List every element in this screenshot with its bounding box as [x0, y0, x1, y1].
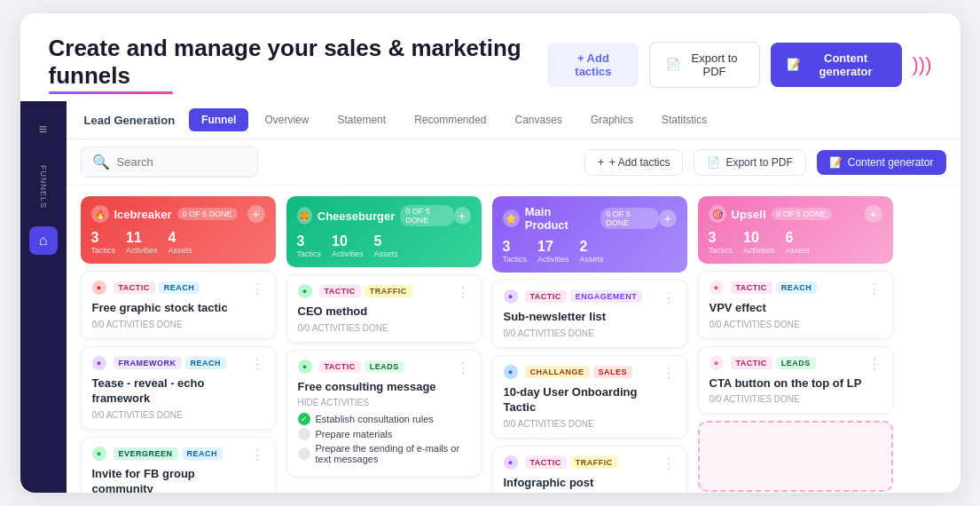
tag-engagement: ENGAGEMENT: [570, 290, 643, 303]
col-stat-label-icebreaker-Activities: Activities: [126, 246, 158, 255]
card-title-cheeseburger-0: CEO method: [298, 304, 456, 320]
card-menu-main-product-1[interactable]: ⋮: [662, 365, 676, 382]
card-menu-cheeseburger-0[interactable]: ⋮: [456, 284, 470, 301]
col-add-btn-cheeseburger[interactable]: +: [454, 207, 471, 225]
card-cheeseburger-1: ●TACTICLEADSFree consulting messageHIDE …: [286, 350, 482, 478]
card-menu-icebreaker-0[interactable]: ⋮: [250, 281, 264, 297]
tag-leads: LEADS: [776, 357, 816, 369]
col-add-btn-icebreaker[interactable]: +: [247, 205, 265, 223]
col-title-upsell: Upsell: [732, 208, 766, 221]
card-menu-icebreaker-2[interactable]: ⋮: [250, 447, 264, 463]
col-stat-num-main-product-Assets: 2: [580, 239, 604, 255]
col-stat-num-upsell-Assets: 6: [786, 230, 810, 246]
card-icon-upsell-1: ●: [710, 356, 724, 370]
tag-reach: REACH: [159, 281, 200, 294]
kanban-col-main-product: ⭐Main Product0 OF 5 DONE+3Tactics17Activ…: [492, 196, 687, 493]
card-menu-main-product-0[interactable]: ⋮: [662, 289, 676, 306]
col-stat-label-main-product-Tactics: Tactics: [503, 255, 528, 264]
tag-reach: REACH: [182, 447, 223, 460]
file-icon: 📄: [666, 58, 680, 71]
top-header: Create and manage your sales & marketing…: [20, 13, 960, 101]
sidebar-icon-menu[interactable]: ≡: [29, 115, 58, 144]
col-done-badge-main-product: 0 OF 5 DONE: [600, 208, 659, 229]
card-tags-icebreaker-1: ●FRAMEWORKREACH: [92, 356, 250, 370]
card-cheeseburger-0: ●TACTICTRAFFICCEO method0/0 ACTIVITIES D…: [286, 274, 482, 343]
sidebar-icon-home[interactable]: ⌂: [29, 226, 58, 255]
card-menu-cheeseburger-1[interactable]: ⋮: [456, 360, 470, 376]
card-subtitle-main-product-0: 0/0 ACTIVITIES DONE: [504, 328, 662, 338]
tag-tactic: TACTIC: [525, 290, 567, 303]
card-tags-main-product-1: ●CHALLANGESALES: [504, 365, 662, 379]
checklist-item-1-2: Prepare the sending of e-mails or text m…: [298, 443, 470, 464]
card-tags-main-product-2: ●TACTICTRAFFIC: [504, 455, 662, 470]
checklist-item-1-1: Prepare materials: [298, 428, 470, 440]
col-add-btn-main-product[interactable]: +: [659, 210, 676, 227]
checklist-text-1-0: Establish consultation rules: [316, 414, 434, 424]
card-title-main-product-2: Infographic post: [504, 475, 662, 491]
toolbar-export-pdf-button[interactable]: 📄 Export to PDF: [694, 149, 805, 176]
card-icon-cheeseburger-1: ●: [298, 360, 312, 374]
content-generator-button[interactable]: 📝 Content generator: [771, 43, 902, 87]
nav-section-title: Lead Generation: [84, 114, 176, 127]
col-done-badge-cheeseburger: 0 OF 5 DONE: [400, 205, 453, 226]
card-tags-cheeseburger-1: ●TACTICLEADS: [298, 360, 456, 374]
card-title-icebreaker-1: Tease - reveal - echo framework: [92, 376, 250, 407]
col-stat-label-upsell-Assets: Assets: [786, 246, 810, 255]
doc-icon-toolbar: 📝: [829, 156, 843, 169]
col-header-icebreaker: 🔥Icebreaker0 OF 5 DONE+3Tactics11Activit…: [81, 196, 276, 264]
card-menu-main-product-2[interactable]: ⋮: [662, 455, 676, 472]
card-icon-icebreaker-2: ●: [92, 447, 106, 461]
col-stat-num-upsell-Tactics: 3: [709, 230, 733, 246]
card-icon-icebreaker-1: ●: [92, 356, 106, 370]
tag-tactic: TACTIC: [114, 281, 155, 294]
col-add-btn-upsell[interactable]: +: [865, 205, 882, 223]
tab-canvases[interactable]: Canvases: [503, 108, 575, 131]
card-main-product-2: ●TACTICTRAFFICInfographic post0/0 ACTIVI…: [492, 446, 687, 493]
kanban-board: 🔥Icebreaker0 OF 5 DONE+3Tactics11Activit…: [67, 186, 960, 493]
search-input[interactable]: [117, 155, 247, 169]
col-icon-cheeseburger: 🍔: [297, 207, 312, 225]
card-tags-icebreaker-2: ●EVERGREENREACH: [92, 447, 250, 461]
tag-evergreen: EVERGREEN: [114, 447, 178, 460]
tab-graphics[interactable]: Graphics: [578, 108, 646, 131]
tab-statistics[interactable]: Statitstics: [649, 108, 719, 131]
checklist-item-1-0: ✓Establish consultation rules: [298, 413, 470, 425]
col-title-icebreaker: Icebreaker: [114, 208, 172, 221]
card-subtitle-main-product-1: 0/0 ACTIVITIES DONE: [504, 419, 662, 429]
export-pdf-button[interactable]: 📄 Export to PDF: [649, 42, 759, 88]
col-stat-label-upsell-Activities: Activities: [743, 246, 775, 255]
col-title-main-product: Main Product: [525, 205, 595, 232]
col-stat-num-upsell-Activities: 10: [743, 230, 775, 246]
nav-tabs: Lead Generation Funnel Overview Statemen…: [67, 101, 960, 139]
col-icon-icebreaker: 🔥: [91, 205, 109, 223]
tab-recommended[interactable]: Recommended: [402, 108, 498, 131]
kanban-col-icebreaker: 🔥Icebreaker0 OF 5 DONE+3Tactics11Activit…: [81, 196, 276, 493]
tag-tactic: TACTIC: [319, 285, 361, 297]
toolbar-content-gen-button[interactable]: 📝 Content generator: [817, 150, 946, 175]
tag-reach: REACH: [776, 281, 818, 294]
col-done-badge-upsell: 0 OF 5 DONE: [772, 208, 832, 220]
toolbar-add-tactics-button[interactable]: + + Add tactics: [584, 149, 683, 176]
col-stat-num-cheeseburger-Assets: 5: [374, 233, 398, 249]
tag-tactic: TACTIC: [731, 281, 772, 294]
tab-overview[interactable]: Overview: [252, 108, 321, 131]
col-done-badge-icebreaker: 0 OF 5 DONE: [177, 208, 238, 220]
card-title-cheeseburger-1: Free consulting message: [298, 379, 456, 395]
card-menu-icebreaker-1[interactable]: ⋮: [250, 356, 264, 373]
tag-sales: SALES: [593, 366, 633, 378]
doc-icon: 📝: [787, 58, 801, 71]
toolbar: 🔍 + + Add tactics 📄 Export to PDF 📝 Cont…: [67, 139, 960, 186]
col-icon-upsell: 🎯: [709, 205, 726, 223]
card-icon-main-product-2: ●: [504, 455, 518, 470]
sidebar: ≡ FUNNELS ⌂: [20, 101, 67, 493]
col-stat-label-cheeseburger-Assets: Assets: [374, 249, 398, 258]
card-menu-upsell-1[interactable]: ⋮: [867, 356, 882, 373]
search-box: 🔍: [81, 146, 258, 178]
card-icon-upsell-0: ●: [710, 281, 724, 295]
tab-statement[interactable]: Statement: [325, 108, 398, 131]
tab-funnel[interactable]: Funnel: [189, 108, 248, 131]
card-title-upsell-0: VPV effect: [710, 300, 867, 316]
card-menu-upsell-0[interactable]: ⋮: [867, 281, 882, 297]
card-title-icebreaker-2: Invite for FB group community: [92, 466, 250, 493]
add-tactics-button[interactable]: + Add tactics: [547, 43, 639, 87]
